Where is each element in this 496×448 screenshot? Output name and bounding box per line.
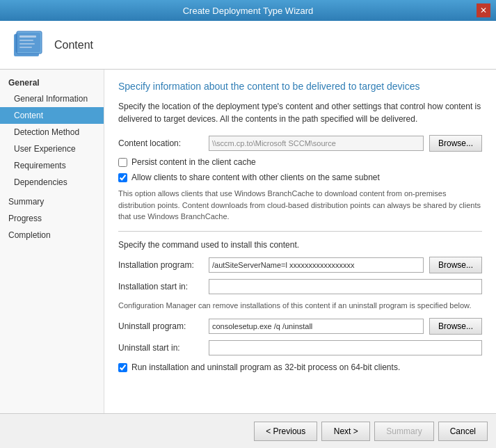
install-program-row: Installation program: Browse...	[118, 257, 482, 273]
wizard-footer: < Previous Next > Summary Cancel	[0, 413, 496, 448]
run32bit-row: Run installation and uninstall program a…	[118, 362, 482, 372]
main-layout: General General Information Content Dete…	[0, 70, 496, 413]
next-button[interactable]: Next >	[321, 422, 370, 441]
sidebar: General General Information Content Dete…	[0, 70, 104, 413]
install-startin-row: Installation start in:	[118, 279, 482, 294]
install-program-input[interactable]	[209, 257, 424, 273]
persist-content-label: Persist content in the client cache	[131, 157, 256, 167]
content-location-row: Content location: Browse...	[118, 135, 482, 152]
header-title: Content	[54, 39, 93, 51]
window-title: Create Deployment Type Wizard	[19, 6, 477, 16]
content-location-label: Content location:	[118, 138, 209, 148]
sidebar-item-completion[interactable]: Completion	[0, 227, 104, 243]
summary-button[interactable]: Summary	[374, 422, 433, 441]
sidebar-item-detection-method[interactable]: Detection Method	[0, 124, 104, 141]
sidebar-item-summary[interactable]: Summary	[0, 193, 104, 210]
content-description: Specify the location of the deployment t…	[118, 100, 482, 125]
install-startin-input[interactable]	[209, 279, 482, 294]
allow-share-row: Allow clients to share content with othe…	[118, 173, 482, 182]
divider-1	[118, 231, 482, 232]
sidebar-item-content[interactable]: Content	[0, 107, 104, 124]
sidebar-item-dependencies[interactable]: Dependencies	[0, 174, 104, 191]
content-location-input[interactable]	[209, 136, 424, 151]
browse-content-button[interactable]: Browse...	[429, 135, 482, 152]
browse-uninstall-button[interactable]: Browse...	[429, 318, 482, 335]
wizard-header: Content	[0, 21, 496, 70]
allow-share-checkbox[interactable]	[118, 173, 127, 182]
uninstall-program-input[interactable]	[209, 319, 424, 334]
persist-content-row: Persist content in the client cache	[118, 157, 482, 167]
install-program-label: Installation program:	[118, 260, 209, 270]
sidebar-group-general: General	[0, 75, 104, 90]
svg-rect-6	[15, 33, 40, 52]
run32bit-checkbox[interactable]	[118, 363, 127, 372]
sidebar-item-requirements[interactable]: Requirements	[0, 157, 104, 174]
content-heading: Specify information about the content to…	[118, 81, 482, 92]
close-button[interactable]: ✕	[477, 3, 490, 17]
cancel-button[interactable]: Cancel	[438, 422, 488, 441]
uninstall-startin-label: Uninstall start in:	[118, 343, 209, 353]
browse-install-button[interactable]: Browse...	[429, 257, 482, 273]
uninstall-program-label: Uninstall program:	[118, 321, 209, 331]
persist-content-checkbox[interactable]	[118, 158, 127, 167]
uninstall-startin-input[interactable]	[209, 340, 482, 355]
allow-share-label: Allow clients to share content with othe…	[131, 173, 380, 182]
title-bar: Create Deployment Type Wizard ✕	[0, 0, 496, 21]
run32bit-label: Run installation and uninstall program a…	[131, 362, 400, 372]
branchcache-note: This option allows clients that use Wind…	[118, 188, 482, 223]
content-area: Specify information about the content to…	[104, 70, 496, 413]
sidebar-item-user-experience[interactable]: User Experience	[0, 141, 104, 157]
uninstall-note: Configuration Manager can remove install…	[118, 300, 482, 312]
install-startin-label: Installation start in:	[118, 282, 209, 291]
sidebar-item-progress[interactable]: Progress	[0, 210, 104, 227]
install-section-label: Specify the command used to install this…	[118, 240, 482, 250]
sidebar-item-general-information[interactable]: General Information	[0, 90, 104, 107]
uninstall-program-row: Uninstall program: Browse...	[118, 318, 482, 335]
uninstall-startin-row: Uninstall start in:	[118, 340, 482, 355]
previous-button[interactable]: < Previous	[254, 422, 317, 441]
content-icon	[11, 29, 45, 62]
